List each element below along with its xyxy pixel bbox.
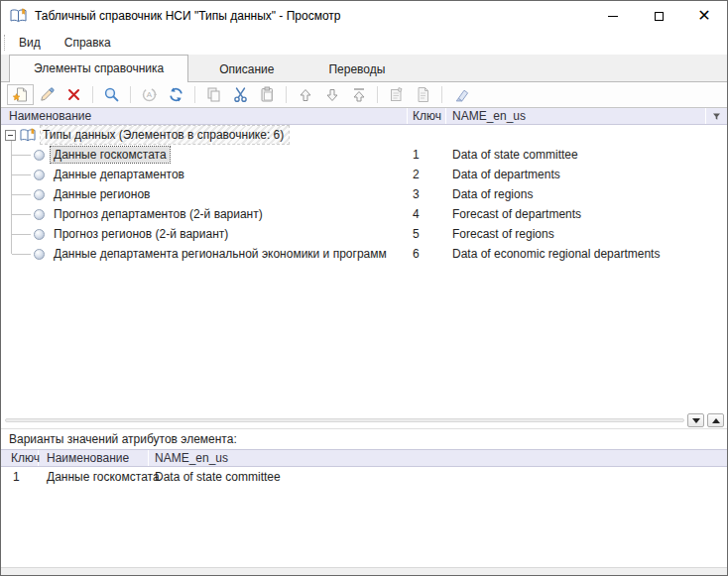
minimize-icon bbox=[608, 16, 618, 17]
element-name-en: Forecast of departments bbox=[446, 207, 727, 221]
svg-text:A: A bbox=[147, 90, 153, 99]
column-header-name[interactable]: Наименование bbox=[1, 108, 408, 124]
add-item-button[interactable] bbox=[7, 84, 34, 105]
element-name-en: Data of departments bbox=[446, 168, 727, 181]
delete-item-button[interactable] bbox=[61, 84, 87, 105]
book-icon bbox=[19, 128, 37, 143]
panel-splitter[interactable] bbox=[1, 412, 727, 428]
move-to-top-button[interactable] bbox=[345, 84, 372, 105]
column-header-name-en[interactable]: NAME_en_us bbox=[446, 108, 706, 124]
element-icon bbox=[34, 249, 45, 260]
search-button[interactable] bbox=[98, 84, 125, 105]
caption-buttons: ✕ bbox=[590, 1, 727, 31]
toolbar-separator bbox=[92, 86, 93, 103]
element-name: Прогноз регионов (2-й вариант) bbox=[51, 226, 231, 242]
delete-icon bbox=[66, 87, 81, 102]
toolbar: A bbox=[1, 82, 727, 107]
tab-translations[interactable]: Переводы bbox=[304, 58, 409, 81]
elements-tree: Типы данных (Элементов в справочнике: 6)… bbox=[1, 125, 727, 264]
cut-button[interactable] bbox=[227, 84, 254, 105]
element-icon bbox=[34, 150, 45, 161]
attr-column-header-key[interactable]: Ключ bbox=[1, 450, 39, 466]
copy-icon bbox=[205, 86, 222, 103]
tree-row[interactable]: Данные департамента региональной экономи… bbox=[1, 244, 727, 264]
expand-panel-button[interactable] bbox=[707, 413, 724, 427]
move-down-button[interactable] bbox=[318, 84, 345, 105]
add-item-icon bbox=[12, 86, 29, 103]
auto-replace-button[interactable]: A bbox=[136, 84, 163, 105]
card-edit-button[interactable] bbox=[383, 84, 410, 105]
move-down-icon bbox=[324, 87, 340, 103]
triangle-down-icon bbox=[692, 418, 700, 423]
element-key: 5 bbox=[408, 227, 446, 241]
splitter-groove[interactable] bbox=[5, 418, 684, 422]
tab-strip: Элементы справочника Описание Переводы bbox=[1, 55, 727, 82]
element-icon bbox=[34, 229, 45, 240]
element-icon bbox=[34, 189, 45, 200]
attributes-table-row[interactable]: 1 Данные госкомстата Data of state commi… bbox=[1, 467, 727, 487]
search-icon bbox=[103, 86, 120, 103]
tab-elements[interactable]: Элементы справочника bbox=[9, 55, 188, 82]
attributes-empty-area bbox=[1, 487, 727, 567]
element-name: Данные департаментов bbox=[51, 167, 187, 182]
element-name: Данные регионов bbox=[51, 186, 153, 202]
column-filter-button[interactable] bbox=[706, 108, 727, 124]
paste-button[interactable] bbox=[254, 84, 281, 105]
menu-view[interactable]: Вид bbox=[7, 31, 53, 55]
edit-item-button[interactable] bbox=[34, 84, 61, 105]
tree-connector-line bbox=[11, 141, 12, 254]
toolbar-separator bbox=[130, 86, 131, 103]
card-edit-icon bbox=[388, 86, 405, 103]
tree-row[interactable]: Данные госкомстата 1 Data of state commi… bbox=[1, 145, 727, 165]
tree-row[interactable]: Прогноз департаментов (2-й вариант) 4 Fo… bbox=[1, 204, 727, 224]
attributes-table-header: Ключ Наименование NAME_en_us bbox=[1, 449, 727, 467]
auto-replace-icon: A bbox=[141, 86, 158, 103]
eraser-icon bbox=[452, 86, 469, 103]
attr-key: 1 bbox=[1, 470, 39, 484]
grid-header: Наименование Ключ NAME_en_us bbox=[1, 107, 727, 125]
card-view-button[interactable] bbox=[410, 84, 436, 105]
cut-icon bbox=[232, 86, 249, 103]
attributes-panel-label: Варианты значений атрибутов элемента: bbox=[1, 428, 727, 449]
card-view-icon bbox=[415, 86, 431, 103]
tree-row[interactable]: Прогноз регионов (2-й вариант) 5 Forecas… bbox=[1, 224, 727, 244]
element-key: 6 bbox=[408, 247, 446, 261]
filter-icon bbox=[712, 112, 721, 121]
move-up-button[interactable] bbox=[292, 84, 318, 105]
tab-description[interactable]: Описание bbox=[195, 58, 298, 81]
tree-row[interactable]: Данные департаментов 2 Data of departmen… bbox=[1, 165, 727, 184]
collapse-expander-icon[interactable] bbox=[5, 130, 16, 141]
toolbar-separator bbox=[441, 86, 442, 103]
toolbar-separator bbox=[194, 86, 195, 103]
attr-column-header-name-en[interactable]: NAME_en_us bbox=[149, 450, 727, 466]
element-name: Данные госкомстата bbox=[51, 147, 170, 163]
attr-name: Данные госкомстата bbox=[39, 470, 149, 484]
menu-help[interactable]: Справка bbox=[53, 31, 123, 55]
attr-name-en: Data of state committee bbox=[149, 470, 727, 484]
refresh-button[interactable] bbox=[163, 84, 189, 105]
element-name: Прогноз департаментов (2-й вариант) bbox=[51, 206, 266, 222]
element-key: 3 bbox=[408, 187, 446, 201]
title-bar: Табличный справочник НСИ "Типы данных" -… bbox=[1, 1, 727, 31]
maximize-button[interactable] bbox=[636, 1, 681, 31]
element-key: 4 bbox=[408, 207, 446, 221]
menu-bar: Вид Справка bbox=[1, 31, 727, 55]
attr-column-header-name[interactable]: Наименование bbox=[39, 450, 149, 466]
eraser-button[interactable] bbox=[447, 84, 474, 105]
element-icon bbox=[34, 209, 45, 220]
move-to-top-icon bbox=[351, 87, 367, 103]
element-icon bbox=[34, 170, 45, 180]
column-header-key[interactable]: Ключ bbox=[408, 108, 446, 124]
element-name-en: Forecast of regions bbox=[446, 227, 727, 241]
close-button[interactable]: ✕ bbox=[681, 1, 727, 31]
app-window: Табличный справочник НСИ "Типы данных" -… bbox=[0, 0, 728, 576]
collapse-panel-button[interactable] bbox=[687, 413, 704, 427]
tree-root-label: Типы данных (Элементов в справочнике: 6) bbox=[41, 126, 289, 144]
copy-button[interactable] bbox=[200, 84, 227, 105]
element-name-en: Data of economic regional departments bbox=[446, 247, 727, 261]
element-key: 1 bbox=[408, 148, 446, 162]
tree-row[interactable]: Данные регионов 3 Data of regions bbox=[1, 184, 727, 204]
tree-root-row[interactable]: Типы данных (Элементов в справочнике: 6) bbox=[1, 125, 727, 145]
book-icon bbox=[9, 8, 28, 24]
minimize-button[interactable] bbox=[590, 1, 636, 31]
